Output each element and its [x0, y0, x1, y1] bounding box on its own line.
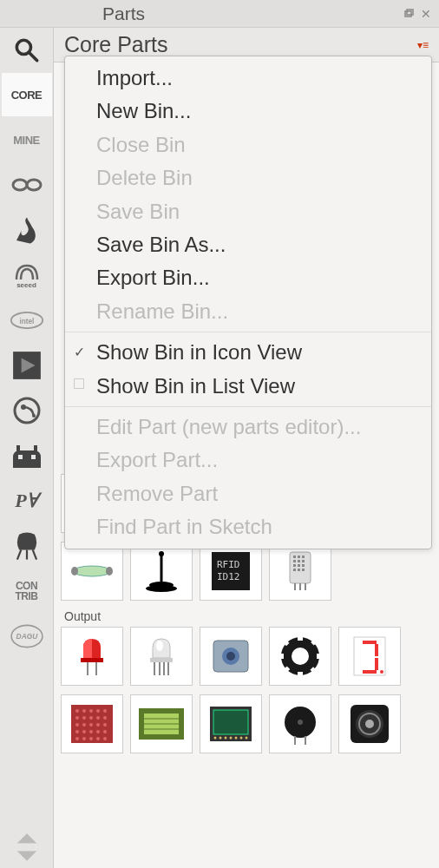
svg-point-4: [13, 180, 27, 190]
svg-line-17: [16, 549, 20, 559]
bin-menu-icon[interactable]: ▾≡: [417, 39, 429, 51]
close-icon[interactable]: ✕: [420, 8, 432, 20]
svg-point-72: [226, 652, 235, 661]
svg-point-112: [89, 737, 93, 740]
sidebar: CORE MINE seeed intel P∀ CONTRIB DAG: [0, 28, 54, 868]
menu-icon-view[interactable]: ✓Show Bin in Icon View: [65, 336, 431, 369]
svg-rect-49: [293, 560, 296, 562]
svg-point-88: [380, 670, 383, 674]
part-red-led[interactable]: [61, 627, 123, 686]
svg-point-41: [146, 585, 177, 592]
sidebar-item-pa[interactable]: P∀: [2, 479, 52, 523]
svg-rect-13: [18, 455, 23, 459]
svg-point-124: [220, 737, 222, 740]
panel-title: Parts: [102, 3, 403, 24]
part-seven-segment[interactable]: [338, 627, 401, 686]
svg-point-95: [75, 716, 79, 720]
svg-text:intel: intel: [19, 318, 34, 326]
sidebar-item-particle[interactable]: [2, 389, 52, 432]
svg-marker-22: [16, 833, 36, 843]
part-led-matrix[interactable]: [61, 694, 123, 753]
parts-row-output-1: [61, 627, 432, 686]
checkmark-icon: ✓: [74, 343, 85, 362]
svg-rect-48: [302, 556, 305, 558]
sidebar-item-mine[interactable]: MINE: [2, 118, 52, 161]
menu-save-bin: Save Bin: [65, 195, 431, 228]
sidebar-item-core[interactable]: CORE: [2, 73, 52, 116]
svg-point-96: [82, 716, 86, 720]
svg-rect-77: [279, 654, 284, 659]
svg-point-93: [96, 709, 100, 713]
svg-point-111: [82, 737, 86, 740]
svg-point-113: [96, 737, 100, 740]
svg-point-103: [96, 723, 100, 727]
part-neopixel-ring[interactable]: [269, 627, 331, 686]
svg-line-3: [29, 53, 36, 61]
part-speaker[interactable]: [338, 694, 401, 753]
svg-rect-121: [213, 710, 248, 734]
part-lcd-green[interactable]: [130, 694, 193, 753]
part-relay[interactable]: [200, 627, 262, 686]
svg-rect-14: [31, 455, 36, 459]
svg-point-108: [96, 730, 100, 733]
svg-point-101: [82, 723, 86, 727]
part-buzzer[interactable]: [269, 694, 331, 753]
svg-rect-1: [407, 10, 413, 15]
svg-point-128: [240, 737, 243, 740]
part-rgb-led[interactable]: [130, 627, 193, 686]
part-fuse[interactable]: [61, 542, 123, 601]
svg-point-131: [298, 720, 303, 725]
empty-check-icon: [74, 378, 84, 389]
sidebar-item-contrib[interactable]: CONTRIB: [2, 569, 52, 613]
parts-row: RFIDID12: [61, 542, 432, 601]
svg-point-126: [230, 737, 233, 740]
svg-rect-84: [363, 641, 377, 644]
svg-rect-87: [363, 670, 377, 674]
svg-point-97: [89, 716, 93, 720]
svg-text:RFID: RFID: [217, 559, 240, 570]
sidebar-item-sparkfun[interactable]: [2, 208, 52, 252]
sidebar-item-dagu[interactable]: DAGU: [2, 615, 52, 658]
sidebar-item-creature[interactable]: [2, 434, 52, 477]
svg-rect-65: [150, 658, 173, 662]
svg-marker-23: [16, 852, 36, 861]
sidebar-item-seeed[interactable]: seeed: [2, 253, 52, 297]
sidebar-item-arduino[interactable]: [2, 163, 52, 207]
svg-rect-15: [16, 445, 20, 452]
svg-rect-86: [375, 658, 378, 670]
part-antenna[interactable]: [130, 542, 193, 601]
part-oled[interactable]: [200, 694, 262, 753]
svg-point-10: [15, 398, 39, 423]
section-label-output: Output: [64, 609, 429, 623]
svg-rect-85: [375, 644, 378, 656]
sidebar-item-play[interactable]: [2, 344, 52, 387]
menu-export-bin[interactable]: Export Bin...: [65, 261, 431, 294]
svg-point-91: [82, 709, 86, 713]
svg-point-5: [27, 180, 41, 190]
restore-icon[interactable]: [403, 8, 415, 20]
menu-new-bin[interactable]: New Bin...: [65, 95, 431, 128]
sidebar-item-intel[interactable]: intel: [2, 299, 52, 342]
svg-rect-51: [302, 560, 305, 562]
sidebar-nav-updown[interactable]: [2, 832, 52, 863]
sidebar-item-transistor[interactable]: [2, 524, 52, 568]
svg-rect-46: [293, 556, 296, 558]
menu-save-bin-as[interactable]: Save Bin As...: [65, 228, 431, 261]
svg-rect-55: [293, 569, 296, 571]
part-dht-sensor[interactable]: [269, 542, 331, 601]
svg-point-36: [71, 567, 78, 575]
svg-point-90: [75, 709, 79, 713]
menu-remove-part: Remove Part: [65, 477, 431, 510]
search-button[interactable]: [2, 30, 52, 71]
menu-import[interactable]: Import...: [65, 62, 431, 95]
svg-rect-56: [298, 569, 300, 571]
svg-point-39: [159, 551, 164, 556]
menu-list-view[interactable]: Show Bin in List View: [65, 370, 431, 403]
svg-point-12: [32, 414, 36, 418]
svg-point-107: [89, 730, 93, 733]
svg-point-98: [96, 716, 100, 720]
svg-rect-78: [317, 654, 321, 659]
part-rfid[interactable]: RFIDID12: [200, 542, 262, 601]
svg-point-123: [214, 737, 217, 740]
svg-rect-76: [298, 672, 303, 676]
